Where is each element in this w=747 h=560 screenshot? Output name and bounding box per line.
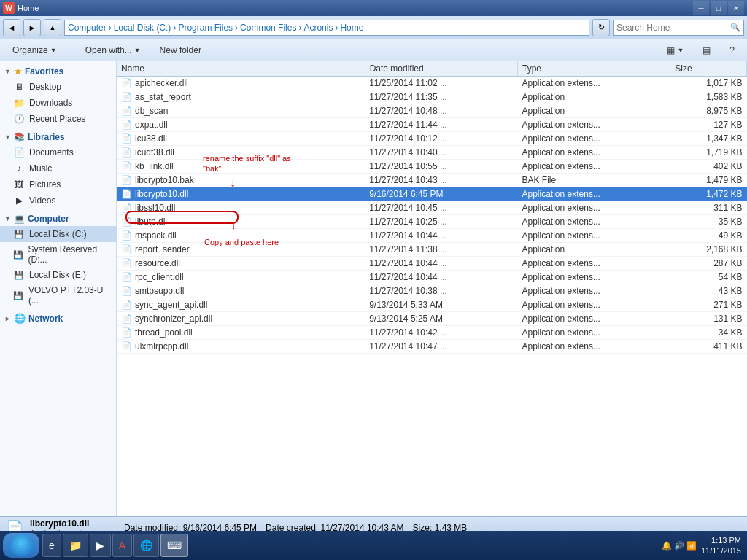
cell-type: Application bbox=[517, 104, 670, 118]
table-row[interactable]: 📄kb_link.dll 11/27/2014 10:55 ... Applic… bbox=[117, 160, 747, 174]
close-button[interactable]: ✕ bbox=[728, 1, 744, 15]
cell-size: 1,347 KB bbox=[670, 132, 747, 146]
sidebar-item-downloads[interactable]: 📁 Downloads bbox=[0, 95, 116, 111]
sidebar-item-pictures-label: Pictures bbox=[29, 179, 61, 190]
cell-type: Application extens... bbox=[517, 326, 670, 340]
path-localdisk[interactable]: Local Disk (C:) bbox=[114, 23, 171, 33]
path-programfiles[interactable]: Program Files bbox=[178, 23, 233, 33]
cell-date: 11/27/2014 10:43 ... bbox=[365, 174, 517, 187]
cell-type: Application extens... bbox=[517, 132, 670, 146]
cell-type: Application bbox=[517, 243, 670, 257]
sidebar-item-local-disk-c-label: Local Disk (C:) bbox=[29, 229, 87, 239]
table-row[interactable]: 📄icu38.dll 11/27/2014 10:12 ... Applicat… bbox=[117, 132, 747, 146]
help-button[interactable]: ? bbox=[723, 42, 741, 58]
sidebar-item-music[interactable]: ♪ Music bbox=[0, 160, 116, 176]
table-row[interactable]: 📄icudt38.dll 11/27/2014 10:40 ... Applic… bbox=[117, 146, 747, 160]
cell-name: 📄expat.dll bbox=[117, 118, 365, 132]
back-button[interactable]: ◄ bbox=[3, 19, 20, 36]
path-commonfiles[interactable]: Common Files bbox=[240, 23, 296, 33]
taskbar-keyboard[interactable]: ⌨ bbox=[160, 534, 188, 557]
cell-name: 📄synchronizer_api.dll bbox=[117, 312, 365, 326]
details-icon: ▤ bbox=[703, 45, 711, 55]
table-row[interactable]: 📄libcrypto10.dll 9/16/2014 6:45 PM Appli… bbox=[117, 187, 747, 201]
new-folder-button[interactable]: New folder bbox=[153, 42, 208, 58]
up-button[interactable]: ▲ bbox=[44, 19, 61, 36]
details-button[interactable]: ▤ bbox=[696, 42, 717, 58]
table-row[interactable]: 📄libssl10.dll 11/27/2014 10:45 ... Appli… bbox=[117, 201, 747, 215]
cell-size: 287 KB bbox=[670, 257, 747, 271]
organize-button[interactable]: Organize ▼ bbox=[6, 42, 63, 58]
cell-name: 📄db_scan bbox=[117, 104, 365, 118]
cell-size: 127 KB bbox=[670, 118, 747, 132]
libraries-header[interactable]: ▼ 📚 Libraries bbox=[0, 130, 116, 144]
cell-name: 📄thread_pool.dll bbox=[117, 326, 365, 340]
cell-size: 402 KB bbox=[670, 160, 747, 174]
sidebar-item-documents[interactable]: 📄 Documents bbox=[0, 144, 116, 160]
forward-button[interactable]: ► bbox=[23, 19, 41, 36]
table-row[interactable]: 📄rpc_client.dll 11/27/2014 10:44 ... App… bbox=[117, 271, 747, 284]
minimize-button[interactable]: ─ bbox=[693, 1, 709, 15]
sidebar-item-volvo[interactable]: 💾 VOLVO PTT2.03-U (... bbox=[0, 283, 116, 308]
help-icon: ? bbox=[729, 45, 735, 55]
taskbar-ie[interactable]: e bbox=[42, 534, 61, 557]
table-row[interactable]: 📄db_scan 11/27/2014 10:48 ... Applicatio… bbox=[117, 104, 747, 118]
cell-type: Application extens... bbox=[517, 312, 670, 326]
table-row[interactable]: 📄sync_agent_api.dll 9/13/2014 5:33 AM Ap… bbox=[117, 298, 747, 312]
table-row[interactable]: 📄libcrypto10.bak 11/27/2014 10:43 ... BA… bbox=[117, 174, 747, 187]
file-icon: 📄 bbox=[121, 272, 132, 282]
network-header[interactable]: ► 🌐 Network bbox=[0, 311, 116, 326]
music-icon: ♪ bbox=[13, 163, 25, 174]
file-icon: 📄 bbox=[121, 217, 132, 227]
views-button[interactable]: ▦ ▼ bbox=[660, 42, 690, 58]
cell-name: 📄rpc_client.dll bbox=[117, 271, 365, 284]
computer-header[interactable]: ▼ 💻 Computer bbox=[0, 211, 116, 226]
column-header-name[interactable]: Name bbox=[117, 61, 365, 77]
table-row[interactable]: 📄expat.dll 11/27/2014 11:44 ... Applicat… bbox=[117, 118, 747, 132]
favorites-label: Favorites bbox=[25, 66, 63, 77]
table-row[interactable]: 📄synchronizer_api.dll 9/13/2014 5:25 AM … bbox=[117, 312, 747, 326]
path-home[interactable]: Home bbox=[340, 23, 363, 33]
table-row[interactable]: 📄libutp.dll 11/27/2014 10:25 ... Applica… bbox=[117, 215, 747, 229]
open-with-button[interactable]: Open with... ▼ bbox=[79, 42, 147, 58]
table-row[interactable]: 📄thread_pool.dll 11/27/2014 10:42 ... Ap… bbox=[117, 326, 747, 340]
table-row[interactable]: 📄smtpsupp.dll 11/27/2014 10:38 ... Appli… bbox=[117, 284, 747, 298]
taskbar-media[interactable]: ▶ bbox=[90, 534, 111, 557]
cell-date: 11/27/2014 10:38 ... bbox=[365, 284, 517, 298]
search-box[interactable]: 🔍 bbox=[613, 20, 744, 36]
favorites-arrow: ▼ bbox=[4, 68, 11, 75]
column-header-type[interactable]: Type bbox=[517, 61, 670, 77]
path-computer[interactable]: Computer bbox=[68, 23, 107, 33]
taskbar-apps: e 📁 ▶ A 🌐 ⌨ bbox=[42, 534, 662, 557]
table-row[interactable]: 📄as_stat_report 11/27/2014 11:35 ... App… bbox=[117, 90, 747, 104]
taskbar-explorer[interactable]: 📁 bbox=[63, 534, 88, 557]
favorites-header[interactable]: ▼ ★ Favorites bbox=[0, 64, 116, 79]
folder-icon: 📁 bbox=[13, 97, 25, 109]
column-header-date[interactable]: Date modified bbox=[365, 61, 517, 77]
taskbar-acrobat[interactable]: A bbox=[112, 534, 132, 557]
table-row[interactable]: 📄mspack.dll 11/27/2014 10:44 ... Applica… bbox=[117, 229, 747, 243]
address-path[interactable]: Computer › Local Disk (C:) › Program Fil… bbox=[64, 20, 589, 36]
column-header-size[interactable]: Size bbox=[670, 61, 747, 77]
window-title: Home bbox=[18, 4, 39, 12]
table-row[interactable]: 📄report_sender 11/27/2014 11:38 ... Appl… bbox=[117, 243, 747, 257]
sidebar-item-desktop[interactable]: 🖥 Desktop bbox=[0, 79, 116, 95]
maximize-button[interactable]: □ bbox=[711, 1, 727, 15]
refresh-button[interactable]: ↻ bbox=[592, 19, 610, 36]
sidebar-item-local-disk-e[interactable]: 💾 Local Disk (E:) bbox=[0, 267, 116, 283]
table-row[interactable]: 📄apichecker.dll 11/25/2014 11:02 ... App… bbox=[117, 77, 747, 90]
table-row[interactable]: 📄ulxmlrpcpp.dll 11/27/2014 10:47 ... App… bbox=[117, 340, 747, 354]
sidebar-item-pictures[interactable]: 🖼 Pictures bbox=[0, 176, 116, 192]
sidebar-item-videos[interactable]: ▶ Videos bbox=[0, 192, 116, 209]
open-with-label: Open with... bbox=[85, 45, 132, 55]
file-icon: 📄 bbox=[121, 300, 132, 310]
file-list[interactable]: Name Date modified Type Size 📄apichecker… bbox=[117, 61, 747, 516]
start-button[interactable] bbox=[3, 533, 39, 558]
table-row[interactable]: 📄resource.dll 11/27/2014 10:44 ... Appli… bbox=[117, 257, 747, 271]
sidebar-item-recent[interactable]: 🕐 Recent Places bbox=[0, 111, 116, 127]
taskbar-network[interactable]: 🌐 bbox=[133, 534, 159, 557]
sidebar-item-local-disk-c[interactable]: 💾 Local Disk (C:) bbox=[0, 226, 116, 242]
search-input[interactable] bbox=[616, 23, 730, 33]
path-acronis[interactable]: Acronis bbox=[303, 23, 333, 33]
sidebar-item-system-reserved[interactable]: 💾 System Reserved (D:... bbox=[0, 242, 116, 267]
taskbar-tray-icons: 🔔 🔊 📶 bbox=[662, 541, 697, 551]
